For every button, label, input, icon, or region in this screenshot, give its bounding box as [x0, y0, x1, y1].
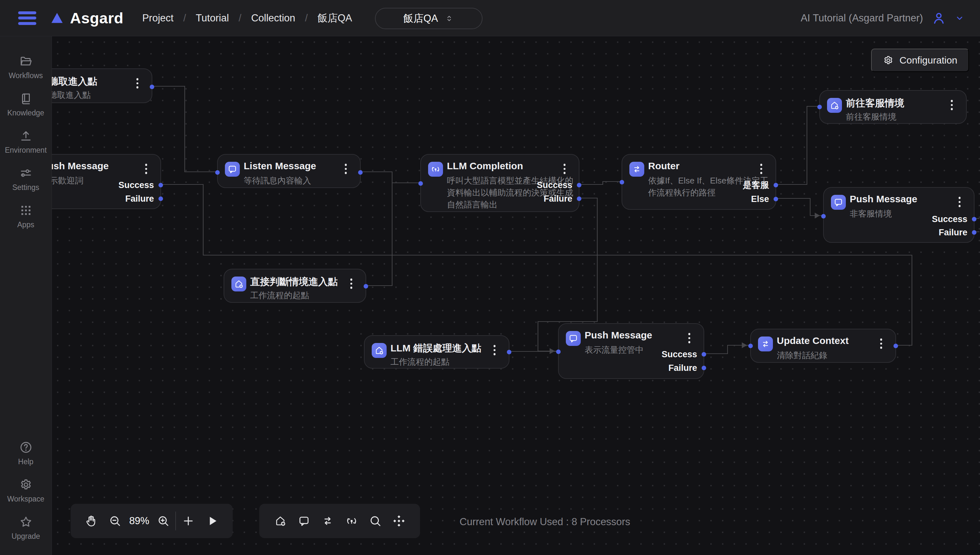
output-port[interactable] — [150, 85, 154, 89]
output-port[interactable] — [972, 217, 977, 221]
node-menu-button[interactable] — [559, 162, 570, 175]
node-subtitle: 前往客服情境 — [846, 111, 962, 123]
edge-connection — [366, 183, 392, 286]
account-chevron-down-icon[interactable] — [955, 13, 964, 23]
input-port[interactable] — [620, 180, 624, 184]
output-port[interactable] — [773, 197, 778, 201]
sidebar-item-upgrade[interactable]: Upgrade — [2, 515, 50, 541]
node-direct-judge-entry[interactable]: 直接判斷情境進入點 工作流程的起點 — [224, 269, 366, 303]
search-tool-icon[interactable] — [363, 509, 387, 533]
sidebar-item-label: Apps — [17, 220, 34, 229]
menu-icon[interactable] — [18, 11, 36, 25]
output-port[interactable] — [159, 183, 163, 188]
output-port[interactable] — [577, 196, 581, 201]
asgard-logo: Asgard — [50, 9, 123, 27]
output-label: Else — [751, 194, 769, 204]
input-port[interactable] — [748, 343, 753, 348]
add-node-button[interactable] — [176, 509, 200, 533]
output-port[interactable] — [701, 366, 706, 370]
llm-tool-icon[interactable] — [339, 509, 363, 533]
output-port[interactable] — [507, 350, 511, 354]
node-title: Push Message — [52, 160, 139, 172]
edge-arrowhead — [549, 348, 555, 354]
input-port[interactable] — [817, 105, 822, 109]
sidebar-item-help[interactable]: Help — [2, 441, 50, 466]
node-push-non-support[interactable]: Push Message 非客服情境 Success Failure — [823, 187, 975, 243]
entry-tool-icon[interactable] — [268, 509, 292, 533]
node-menu-button[interactable] — [140, 162, 152, 175]
account-label: AI Tutorial (Asgard Partner) — [801, 12, 923, 24]
grid-icon — [19, 204, 33, 217]
node-push-rate-limit[interactable]: Push Message 表示流量控管中 Success Failure — [558, 323, 704, 379]
sidebar-item-environment[interactable]: Environment — [2, 129, 50, 155]
output-port[interactable] — [358, 170, 363, 175]
output-port[interactable] — [577, 183, 581, 188]
node-router[interactable]: Router 依據If、Else If、Else條件決定工作流程執行的路徑 是客… — [621, 154, 776, 210]
workflow-canvas[interactable]: Configuration 聽取進入點 聽取進入點 Push Message 顯… — [52, 36, 980, 555]
node-menu-button[interactable] — [756, 162, 767, 175]
output-label: 是客服 — [743, 179, 769, 191]
bubble-node-icon — [225, 162, 240, 177]
output-port[interactable] — [773, 183, 778, 188]
move-tool-icon[interactable] — [387, 509, 411, 533]
pan-hand-icon[interactable] — [79, 509, 103, 533]
node-listen-entry[interactable]: 聽取進入點 聽取進入點 — [52, 68, 152, 103]
node-goto-support[interactable]: 前往客服情境 前往客服情境 — [819, 90, 967, 124]
edge-connection — [776, 106, 819, 184]
node-update-context[interactable]: Update Context 清除對話紀錄 — [750, 329, 896, 363]
input-port[interactable] — [215, 170, 220, 175]
configuration-label: Configuration — [900, 55, 957, 66]
sidebar-item-workspace[interactable]: Workspace — [2, 478, 50, 504]
entry-node-icon — [827, 98, 842, 113]
user-icon[interactable] — [931, 11, 946, 26]
node-menu-button[interactable] — [954, 196, 966, 209]
node-menu-button[interactable] — [340, 162, 352, 175]
node-menu-button[interactable] — [875, 337, 887, 350]
node-listen-message[interactable]: Listen Message 等待訊息內容輸入 — [217, 154, 361, 188]
node-menu-button[interactable] — [946, 99, 958, 112]
output-port[interactable] — [972, 230, 977, 235]
sidebar-item-label: Knowledge — [8, 109, 45, 117]
configuration-button[interactable]: Configuration — [871, 49, 969, 72]
breadcrumb-separator: / — [183, 12, 186, 24]
top-bar: Asgard Project/Tutorial/Collection/飯店QA … — [0, 0, 980, 36]
sidebar-item-label: Help — [18, 457, 34, 466]
workflow-selector[interactable]: 飯店QA — [375, 8, 482, 29]
run-workflow-button[interactable] — [200, 509, 224, 533]
sidebar-item-workflows[interactable]: Workflows — [2, 55, 50, 80]
bubble-node-icon — [831, 195, 846, 210]
router-tool-icon[interactable] — [316, 509, 339, 533]
breadcrumb-item-0[interactable]: Project — [142, 12, 173, 24]
node-title: Router — [648, 160, 754, 172]
node-title: Listen Message — [244, 160, 339, 172]
sidebar-item-settings[interactable]: Settings — [2, 166, 50, 192]
zoom-out-icon[interactable] — [103, 509, 127, 533]
input-port[interactable] — [556, 350, 560, 354]
node-menu-button[interactable] — [346, 277, 357, 290]
node-menu-button[interactable] — [489, 343, 500, 357]
output-port[interactable] — [701, 352, 706, 357]
node-llm-error-entry[interactable]: LLM 錯誤處理進入點 工作流程的起點 — [364, 335, 509, 369]
node-menu-button[interactable] — [131, 77, 143, 90]
breadcrumb-item-3[interactable]: 飯店QA — [318, 11, 352, 25]
sidebar-item-apps[interactable]: Apps — [2, 204, 50, 229]
breadcrumb-item-1[interactable]: Tutorial — [196, 12, 229, 24]
node-menu-button[interactable] — [684, 332, 695, 345]
node-title: Push Message — [584, 330, 682, 341]
input-port[interactable] — [821, 214, 826, 218]
breadcrumb-item-2[interactable]: Collection — [251, 12, 295, 24]
output-label: Failure — [125, 194, 154, 204]
edge-connection — [580, 181, 621, 184]
output-port[interactable] — [159, 196, 163, 201]
output-port[interactable] — [363, 284, 368, 289]
sidebar-item-knowledge[interactable]: Knowledge — [2, 92, 50, 117]
breadcrumb-separator: / — [239, 12, 242, 24]
node-push-welcome[interactable]: Push Message 顯示歡迎詞 Success Failure — [52, 154, 161, 209]
output-label: Success — [536, 180, 572, 190]
input-port[interactable] — [418, 181, 423, 186]
node-title: Update Context — [777, 335, 874, 346]
output-port[interactable] — [894, 343, 898, 348]
node-llm-completion[interactable]: LLM Completion 呼叫大型語言模型並產生結構化的資料輸出以輔助流程的… — [420, 154, 580, 212]
zoom-in-icon[interactable] — [151, 509, 175, 533]
bubble-tool-icon[interactable] — [292, 509, 315, 533]
